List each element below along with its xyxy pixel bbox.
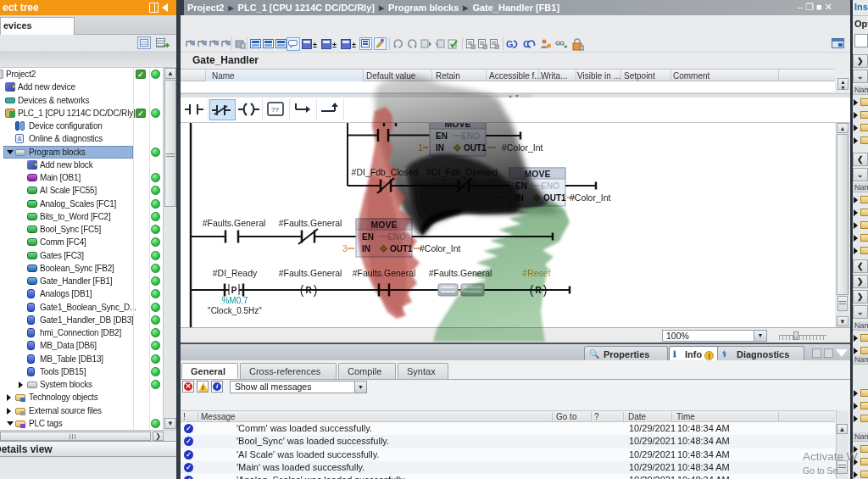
- svg-text:"Clock_0.5Hz": "Clock_0.5Hz": [208, 306, 262, 315]
- svg-text:R: R: [535, 286, 542, 295]
- svg-text:#Faults.General: #Faults.General: [353, 268, 416, 278]
- svg-text:MOVE: MOVE: [445, 123, 471, 129]
- svg-text:R: R: [305, 286, 312, 295]
- svg-text:±: ±: [332, 41, 337, 49]
- svg-text:ENO: ENO: [541, 181, 559, 191]
- svg-text:EN: EN: [436, 131, 448, 141]
- svg-text:(: (: [300, 283, 304, 297]
- svg-text:#Faults.General: #Faults.General: [279, 218, 342, 228]
- svg-text:#DI_Fdb_Opened: #DI_Fdb_Opened: [426, 167, 498, 177]
- svg-text:): ): [543, 283, 548, 297]
- svg-text:G: G: [506, 39, 514, 49]
- svg-text:#Faults.General: #Faults.General: [203, 218, 266, 228]
- svg-text:2: 2: [490, 192, 495, 203]
- svg-text:»: »: [457, 287, 461, 295]
- svg-text:IN: IN: [515, 193, 524, 203]
- svg-text:): ): [314, 283, 318, 297]
- svg-text:C: C: [523, 39, 530, 49]
- svg-text:#Color_Int: #Color_Int: [570, 192, 611, 203]
- svg-text:??: ??: [271, 106, 279, 114]
- svg-text:IN: IN: [362, 244, 370, 253]
- svg-text:#DI_Ready: #DI_Ready: [213, 268, 258, 278]
- svg-text:ENO: ENO: [387, 232, 406, 242]
- svg-text:#Faults.General: #Faults.General: [429, 268, 492, 278]
- svg-text:ENO: ENO: [461, 131, 480, 141]
- svg-text:3: 3: [342, 243, 348, 253]
- svg-text:#Color_Int: #Color_Int: [502, 142, 543, 153]
- svg-text:IN: IN: [436, 143, 444, 153]
- svg-text:EN: EN: [362, 232, 374, 242]
- svg-text:%M0.7: %M0.7: [221, 296, 248, 305]
- svg-text:(: (: [530, 283, 534, 297]
- svg-text:MOVE: MOVE: [525, 169, 551, 179]
- svg-text:OUT1: OUT1: [464, 143, 487, 153]
- svg-text:EN: EN: [515, 181, 527, 191]
- svg-text:#Reset: #Reset: [522, 268, 550, 278]
- svg-text:MOVE: MOVE: [371, 220, 398, 230]
- svg-text:±: ±: [313, 41, 317, 49]
- svg-text:OUT1: OUT1: [390, 244, 413, 253]
- svg-text:±: ±: [352, 41, 356, 49]
- svg-text:#Color_Int: #Color_Int: [420, 243, 461, 253]
- svg-text:P: P: [231, 286, 237, 295]
- svg-text:#Faults.General: #Faults.General: [279, 268, 342, 278]
- svg-text:OUT1: OUT1: [543, 193, 566, 203]
- svg-text:1: 1: [418, 142, 423, 153]
- svg-text:#DI_Fdb_Closed: #DI_Fdb_Closed: [352, 167, 419, 177]
